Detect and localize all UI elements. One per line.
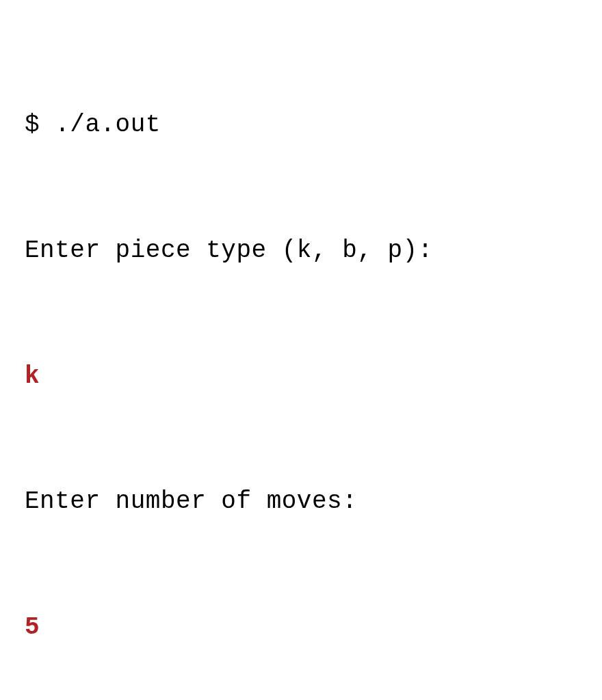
command-line: $ ./a.out [25,104,577,146]
piece-type-prompt: Enter piece type (k, b, p): [25,230,577,271]
piece-type-input[interactable]: k [25,355,577,397]
terminal-page: $ ./a.out Enter piece type (k, b, p): k … [0,0,602,700]
moves-prompt: Enter number of moves: [25,481,577,522]
moves-input[interactable]: 5 [25,606,577,648]
terminal-session: $ ./a.out Enter piece type (k, b, p): k … [25,21,577,700]
